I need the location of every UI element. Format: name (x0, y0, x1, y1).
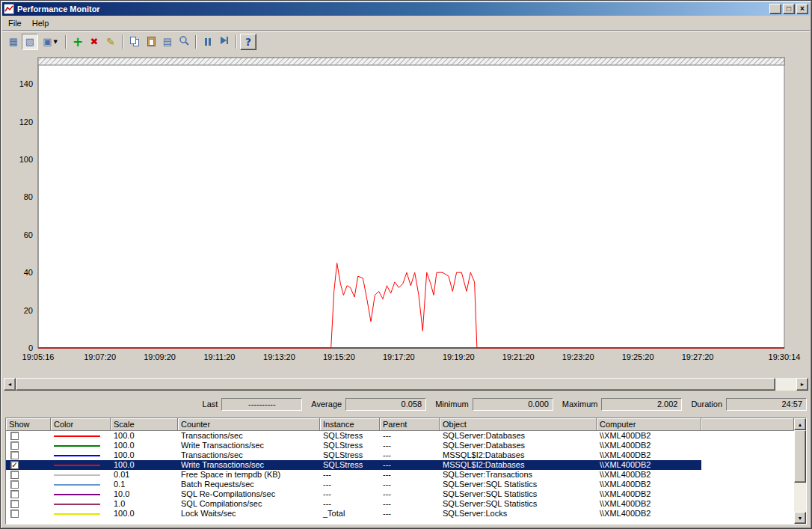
color-swatch (54, 474, 100, 476)
vscroll-thumb[interactable] (794, 430, 806, 483)
delete-button[interactable]: ✖ (86, 34, 102, 50)
hscroll-thumb[interactable] (16, 378, 775, 391)
counter-cell: Transactions/sec (178, 450, 320, 460)
view-graph-button[interactable]: ▧ (22, 34, 38, 50)
scale-cell: 100.0 (111, 431, 178, 441)
zoom-button[interactable] (176, 34, 192, 50)
instance-cell: SQLStress (320, 460, 380, 470)
show-checkbox[interactable] (10, 510, 19, 518)
table-row[interactable]: 100.0 Lock Waits/sec _Total --- SQLServe… (6, 509, 794, 519)
object-cell: SQLServer:Databases (440, 441, 597, 450)
view-current-activity-button[interactable]: ▦ (5, 34, 22, 50)
hscroll-track[interactable] (16, 378, 796, 391)
parent-cell: --- (380, 431, 440, 441)
table-row[interactable]: 1.0 SQL Compilations/sec --- --- SQLServ… (6, 499, 794, 509)
toolbar-separator (236, 35, 237, 49)
column-header-object[interactable]: Object (440, 418, 597, 431)
counter-cell: Lock Waits/sec (178, 509, 320, 519)
filler-cell (701, 450, 794, 460)
close-button[interactable]: × (796, 4, 808, 14)
help-button[interactable]: ? (240, 34, 256, 50)
filler-cell (701, 489, 794, 499)
update-data-button[interactable] (216, 34, 233, 50)
table-row[interactable]: 100.0 Write Transactions/sec SQLStress -… (6, 441, 794, 450)
table-row[interactable]: 100.0 Transactions/sec SQLStress --- SQL… (6, 431, 794, 441)
window-title: Performance Monitor (17, 4, 768, 13)
computer-cell: \\XML400DB2 (597, 470, 701, 480)
properties-button[interactable]: ▤ (159, 34, 176, 50)
color-swatch (54, 484, 100, 486)
show-checkbox[interactable] (10, 471, 19, 479)
object-cell: SQLServer:Transactions (440, 470, 597, 480)
freeze-display-button[interactable] (200, 34, 216, 50)
instance-cell: --- (320, 489, 380, 499)
add-counter-button[interactable]: + (70, 34, 86, 50)
show-checkbox[interactable] (10, 451, 19, 459)
computer-cell: \\XML400DB2 (597, 480, 701, 489)
show-checkbox[interactable]: ✓ (10, 461, 19, 469)
highlight-button[interactable]: ✎ (102, 34, 119, 50)
table-row[interactable]: 0.01 Free Space in tempdb (KB) --- --- S… (6, 470, 794, 480)
pencil-icon: ✎ (106, 36, 115, 48)
view-graph-icon: ▧ (25, 37, 34, 46)
chart-type-icon: ▣ (43, 37, 52, 46)
chart: 02040608010012014019:05:1619:07:2019:09:… (8, 53, 804, 367)
color-swatch (54, 513, 100, 515)
counter-cell: Write Transactions/sec (178, 441, 320, 450)
table-row[interactable]: 0.1 Batch Requests/sec --- --- SQLServer… (6, 480, 794, 489)
paste-counter-list-button[interactable] (143, 34, 159, 50)
scroll-down-button[interactable]: ▼ (794, 512, 806, 524)
filler-cell (701, 499, 794, 509)
show-checkbox[interactable] (10, 432, 19, 440)
show-checkbox[interactable] (10, 441, 19, 450)
color-swatch (54, 494, 100, 495)
svg-text:19:23:20: 19:23:20 (562, 352, 594, 361)
step-forward-icon (220, 36, 229, 47)
object-cell: MSSQL$I2:Databases (440, 460, 597, 470)
menu-file[interactable]: File (3, 17, 27, 29)
svg-text:80: 80 (24, 192, 33, 201)
color-swatch (54, 504, 100, 505)
svg-text:19:30:14: 19:30:14 (769, 352, 801, 361)
scroll-right-button[interactable]: ► (796, 378, 808, 391)
table-row[interactable]: ✓ 100.0 Write Transactions/sec SQLStress… (6, 460, 794, 470)
svg-text:60: 60 (24, 230, 33, 239)
show-checkbox[interactable] (10, 490, 19, 498)
chart-hscrollbar[interactable]: ◄ ► (4, 378, 808, 391)
minimum-value: 0.000 (473, 398, 553, 411)
table-vscrollbar[interactable]: ▲ ▼ (794, 418, 806, 524)
column-header-color[interactable]: Color (51, 418, 111, 431)
scroll-left-button[interactable]: ◄ (4, 378, 16, 391)
column-header-computer[interactable]: Computer (597, 418, 701, 431)
menu-help[interactable]: Help (27, 17, 55, 29)
vscroll-track[interactable] (794, 430, 806, 512)
performance-monitor-window: Performance Monitor _ □ × File Help ▦ ▧ … (0, 0, 812, 529)
show-checkbox[interactable] (10, 480, 19, 489)
parent-cell: --- (380, 480, 440, 489)
computer-cell: \\XML400DB2 (597, 489, 701, 499)
show-checkbox[interactable] (10, 500, 19, 508)
filler-cell (701, 431, 794, 441)
svg-text:100: 100 (19, 155, 33, 164)
copy-properties-button[interactable] (126, 34, 143, 50)
column-header-scale[interactable]: Scale (111, 418, 178, 431)
table-row[interactable]: 100.0 Transactions/sec SQLStress --- MSS… (6, 450, 794, 460)
svg-text:19:09:20: 19:09:20 (144, 352, 176, 361)
minimize-button[interactable]: _ (769, 4, 781, 14)
table-row[interactable]: 10.0 SQL Re-Compilations/sec --- --- SQL… (6, 489, 794, 499)
title-bar[interactable]: Performance Monitor _ □ × (2, 2, 810, 16)
toolbar-separator (122, 35, 123, 49)
maximize-button[interactable]: □ (783, 4, 795, 14)
computer-cell: \\XML400DB2 (597, 460, 701, 470)
column-header-parent[interactable]: Parent (380, 418, 440, 431)
scroll-up-button[interactable]: ▲ (794, 418, 806, 430)
column-header-show[interactable]: Show (6, 418, 51, 431)
toolbar-separator (195, 35, 197, 49)
pause-icon (205, 38, 211, 46)
minimize-icon: _ (773, 7, 778, 14)
chart-type-dropdown[interactable]: ▣ ▼ (38, 34, 62, 50)
parent-cell: --- (380, 489, 440, 499)
instance-cell: SQLStress (320, 441, 380, 450)
column-header-counter[interactable]: Counter (178, 418, 320, 431)
column-header-instance[interactable]: Instance (320, 418, 380, 431)
